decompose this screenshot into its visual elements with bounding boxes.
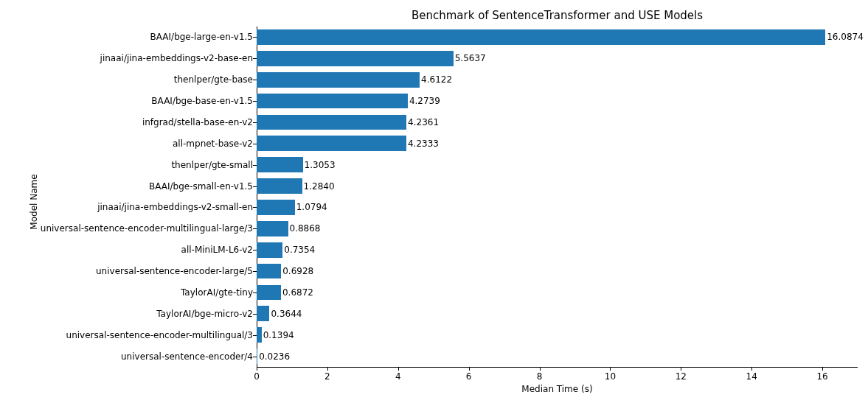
y-tick-label: jinaai/jina-embeddings-v2-small-en xyxy=(97,202,253,212)
bar-value-label: 0.3644 xyxy=(271,309,302,319)
y-tick-label: TaylorAI/gte-tiny xyxy=(181,287,253,298)
bar xyxy=(257,51,454,66)
bar-value-label: 4.2333 xyxy=(408,139,439,149)
y-tick-label: BAAI/bge-base-en-v1.5 xyxy=(151,96,253,106)
x-tick-label: 16 xyxy=(816,371,827,382)
bar xyxy=(257,136,406,151)
x-tick xyxy=(822,367,823,371)
bar xyxy=(257,327,262,343)
y-tick-label: BAAI/bge-large-en-v1.5 xyxy=(150,32,253,42)
bar-value-label: 0.1394 xyxy=(263,330,294,340)
y-tick-label: TaylorAI/bge-micro-v2 xyxy=(156,309,253,319)
bar-value-label: 4.2739 xyxy=(409,96,440,106)
bar xyxy=(257,94,408,109)
bar xyxy=(257,200,295,215)
x-tick xyxy=(398,367,399,371)
x-tick xyxy=(681,367,681,371)
bar xyxy=(257,348,257,364)
x-tick-label: 4 xyxy=(395,371,401,382)
bar-value-label: 4.2361 xyxy=(408,117,439,127)
y-tick-label: all-MiniLM-L6-v2 xyxy=(181,245,253,255)
bar-value-label: 0.7354 xyxy=(284,245,315,255)
x-tick-label: 10 xyxy=(605,371,616,382)
bar-value-label: 4.6122 xyxy=(421,74,452,85)
bar-value-label: 1.0794 xyxy=(296,202,327,212)
bar xyxy=(257,285,281,301)
y-tick-label: universal-sentence-encoder-large/5 xyxy=(96,266,253,276)
bar-value-label: 0.6872 xyxy=(282,287,313,298)
x-tick xyxy=(469,367,470,371)
bar-value-label: 0.0236 xyxy=(259,351,290,362)
bar-value-label: 5.5637 xyxy=(455,53,486,63)
x-tick xyxy=(610,367,611,371)
bar-value-label: 0.8868 xyxy=(290,223,321,234)
x-axis-label: Median Time (s) xyxy=(257,384,858,394)
x-axis-line xyxy=(257,367,858,368)
y-tick-label: infgrad/stella-base-en-v2 xyxy=(142,117,253,127)
y-tick-label: thenlper/gte-base xyxy=(174,74,253,85)
bar-value-label: 0.6928 xyxy=(282,266,313,276)
bar-value-label: 1.2840 xyxy=(304,181,335,192)
bar-value-label: 16.0874 xyxy=(827,32,864,42)
bar xyxy=(257,306,269,321)
y-axis-label: Model Name xyxy=(29,174,39,229)
y-tick-label: universal-sentence-encoder-multilingual-… xyxy=(41,223,253,234)
x-tick xyxy=(257,367,257,371)
bar xyxy=(257,115,406,130)
bar-value-label: 1.3053 xyxy=(305,160,336,170)
x-tick-label: 2 xyxy=(324,371,330,382)
y-tick-label: all-mpnet-base-v2 xyxy=(173,139,253,149)
chart-figure: Benchmark of SentenceTransformer and USE… xyxy=(0,0,868,403)
y-tick-label: jinaai/jina-embeddings-v2-base-en xyxy=(100,53,253,63)
bar xyxy=(257,264,281,279)
bar xyxy=(257,221,288,236)
chart-title: Benchmark of SentenceTransformer and USE… xyxy=(257,9,858,22)
bar xyxy=(257,157,303,172)
x-tick-label: 8 xyxy=(537,371,543,382)
x-tick-label: 0 xyxy=(254,371,260,382)
y-tick-label: universal-sentence-encoder-multilingual/… xyxy=(66,330,253,340)
x-tick-label: 12 xyxy=(676,371,687,382)
x-tick xyxy=(751,367,752,371)
y-tick-label: BAAI/bge-small-en-v1.5 xyxy=(149,181,253,192)
x-tick xyxy=(540,367,541,371)
bar xyxy=(257,178,302,194)
bar xyxy=(257,72,420,88)
y-tick-label: thenlper/gte-small xyxy=(171,160,253,170)
x-tick xyxy=(327,367,328,371)
x-tick-label: 14 xyxy=(746,371,757,382)
bar xyxy=(257,29,825,45)
bar xyxy=(257,242,282,258)
y-tick-label: universal-sentence-encoder/4 xyxy=(121,351,253,362)
x-tick-label: 6 xyxy=(466,371,472,382)
